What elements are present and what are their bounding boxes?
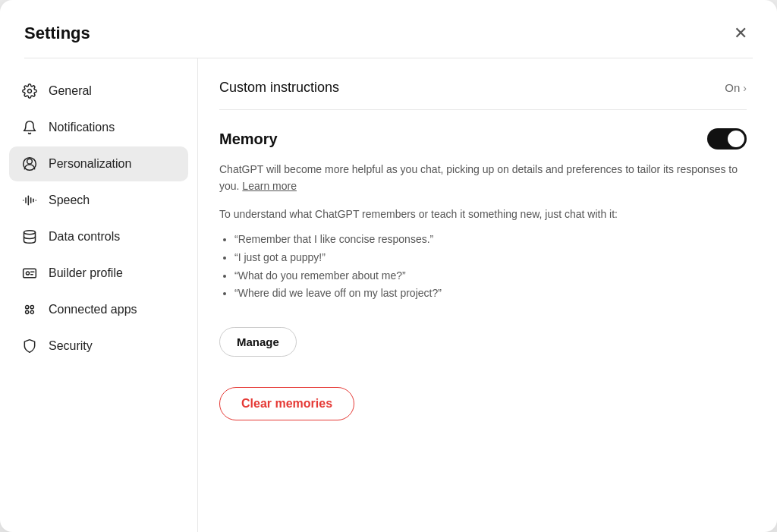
memory-title: Memory (219, 131, 278, 148)
sidebar-item-builder-profile[interactable]: Builder profile (9, 256, 188, 291)
sidebar-item-label-connected-apps: Connected apps (49, 303, 137, 316)
main-content: Custom instructions On › Memory ChatGPT … (197, 58, 777, 532)
example-item-2: “I just got a puppy!” (234, 249, 747, 267)
sidebar-item-connected-apps[interactable]: Connected apps (9, 292, 188, 327)
toggle-knob (728, 131, 744, 147)
waveform-icon (21, 192, 38, 209)
sidebar-item-label-security: Security (49, 339, 93, 353)
svg-point-9 (24, 231, 36, 235)
svg-point-17 (30, 310, 33, 313)
example-item-1: “Remember that I like concise responses.… (234, 231, 747, 249)
custom-instructions-status: On (725, 81, 740, 94)
settings-modal: Settings ✕ General Notifications (0, 0, 777, 532)
memory-description: ChatGPT will become more helpful as you … (219, 162, 747, 194)
examples-list: “Remember that I like concise responses.… (219, 231, 747, 303)
sidebar-item-label-builder-profile: Builder profile (49, 266, 123, 280)
sidebar-item-label-general: General (49, 84, 92, 98)
learn-more-link[interactable]: Learn more (242, 180, 297, 192)
sidebar-item-security[interactable]: Security (9, 329, 188, 364)
sidebar-item-label-speech: Speech (49, 194, 90, 207)
svg-point-15 (30, 306, 33, 309)
svg-point-11 (26, 272, 29, 275)
svg-point-14 (26, 306, 29, 309)
manage-button[interactable]: Manage (219, 327, 297, 357)
shield-icon (21, 338, 38, 354)
database-icon (21, 228, 38, 245)
sidebar-item-personalization[interactable]: Personalization (9, 146, 188, 181)
apps-icon (21, 301, 38, 318)
sidebar-item-notifications[interactable]: Notifications (9, 110, 188, 145)
clear-memories-button[interactable]: Clear memories (219, 387, 354, 420)
svg-point-0 (28, 90, 32, 93)
sidebar-item-speech[interactable]: Speech (9, 183, 188, 218)
sidebar-item-data-controls[interactable]: Data controls (9, 219, 188, 254)
sidebar-item-general[interactable]: General (9, 74, 188, 109)
modal-title: Settings (24, 24, 90, 43)
sidebar-item-label-notifications: Notifications (49, 121, 115, 134)
id-card-icon (21, 265, 38, 282)
gear-icon (21, 83, 38, 99)
person-circle-icon (21, 156, 38, 172)
custom-instructions-title: Custom instructions (219, 80, 339, 96)
memory-row: Memory (219, 128, 747, 150)
example-item-4: “Where did we leave off on my last proje… (234, 285, 747, 303)
custom-instructions-row: Custom instructions On › (219, 80, 747, 110)
examples-intro: To understand what ChatGPT remembers or … (219, 206, 747, 223)
bell-icon (21, 119, 38, 136)
svg-point-16 (26, 310, 29, 313)
modal-header: Settings ✕ (0, 0, 777, 58)
modal-body: General Notifications Personalization Sp… (0, 58, 777, 532)
sidebar-item-label-personalization: Personalization (49, 157, 131, 171)
example-item-3: “What do you remember about me?” (234, 267, 747, 285)
close-button[interactable]: ✕ (728, 21, 753, 46)
custom-instructions-link[interactable]: On › (725, 81, 747, 94)
svg-point-1 (27, 159, 33, 164)
sidebar-item-label-data-controls: Data controls (49, 230, 120, 244)
sidebar: General Notifications Personalization Sp… (0, 58, 197, 532)
memory-toggle[interactable] (707, 128, 747, 150)
chevron-right-icon: › (743, 82, 747, 94)
